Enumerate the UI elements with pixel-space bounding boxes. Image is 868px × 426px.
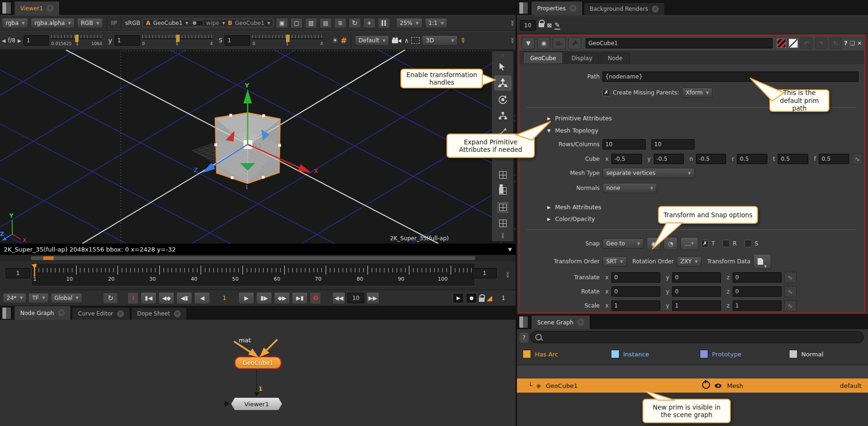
gain-slider[interactable]: 0.015625 1 1064 bbox=[51, 33, 102, 47]
tab-node-graph[interactable]: Node Graph✕ bbox=[14, 306, 71, 320]
center-node-icon[interactable]: ◉ bbox=[537, 37, 550, 49]
mesh-topology-section[interactable]: Mesh Topology bbox=[555, 127, 598, 134]
camera-icon[interactable] bbox=[391, 37, 402, 44]
translate-y-input[interactable]: 0 bbox=[672, 272, 721, 283]
saturation-input[interactable]: 1 bbox=[225, 35, 250, 46]
more-snap-options-button[interactable]: … ▼ bbox=[680, 237, 698, 250]
panel-menu-icon[interactable] bbox=[2, 307, 11, 319]
close-icon[interactable]: ✕ bbox=[58, 309, 65, 316]
transform-data-button[interactable]: ▼ bbox=[753, 254, 771, 269]
pivot-snap-icon[interactable]: ◔ bbox=[664, 237, 678, 250]
camera-icon[interactable] bbox=[553, 37, 566, 49]
unlock-icon[interactable] bbox=[539, 23, 544, 27]
fstop-prev-icon[interactable]: ◀ bbox=[2, 38, 6, 43]
goto-start-button[interactable]: ▮◀ bbox=[141, 292, 156, 304]
transform-order-dropdown[interactable]: SRT▼ bbox=[602, 256, 627, 267]
revert-icon[interactable]: ↻ bbox=[829, 38, 842, 49]
animation-curve-icon[interactable]: ∿ bbox=[784, 300, 797, 311]
help-button[interactable]: ? bbox=[844, 40, 847, 47]
power-icon[interactable] bbox=[702, 381, 710, 390]
display-mode-dropdown[interactable]: RGB▼ bbox=[77, 18, 103, 28]
close-icon[interactable]: ✕ bbox=[174, 310, 181, 317]
b-input-dropdown[interactable]: GeoCube1 bbox=[235, 20, 265, 26]
node-name-input[interactable]: GeoCube1 bbox=[586, 38, 773, 48]
rotate-x-input[interactable]: 0 bbox=[611, 286, 660, 297]
mesh-attributes-section[interactable]: Mesh Attributes bbox=[555, 204, 602, 211]
tab-geocube[interactable]: GeoCube bbox=[523, 52, 563, 63]
lock-range-icon[interactable] bbox=[479, 298, 485, 302]
a-input-dropdown[interactable]: GeoCube1 bbox=[153, 20, 183, 26]
animation-curve-icon[interactable]: ∿ bbox=[784, 272, 797, 283]
marquee-select-icon[interactable] bbox=[411, 37, 420, 44]
ramp-icon[interactable]: ◢ bbox=[486, 294, 492, 302]
toolbar-handle[interactable]: ⁙ bbox=[501, 55, 504, 57]
saturation-slider[interactable]: 0 1 4 bbox=[252, 33, 323, 47]
skip-back-button[interactable]: ◀◀ bbox=[332, 292, 345, 304]
scene-graph-row-geocube1[interactable]: └ ◈ GeoCube1 Mesh default bbox=[517, 379, 868, 393]
chevron-double-down-icon[interactable]: ∨∨ bbox=[511, 20, 514, 26]
roi-icon[interactable]: ⌖ bbox=[363, 18, 375, 28]
out-point-button[interactable]: O bbox=[310, 292, 321, 304]
info-dropdown-icon[interactable]: ▼ bbox=[508, 247, 512, 252]
scale-x-input[interactable]: 1 bbox=[611, 300, 660, 311]
cube-f-input[interactable]: 0.5 bbox=[819, 154, 849, 164]
scale-z-input[interactable]: 1 bbox=[733, 300, 782, 311]
tab-viewer1[interactable]: Viewer1 ✕ bbox=[14, 1, 60, 15]
translate-z-input[interactable]: 0 bbox=[733, 272, 782, 283]
snap-t-checkbox[interactable]: ✗ bbox=[701, 240, 709, 247]
edit-hatch-icon[interactable] bbox=[789, 39, 798, 48]
cube-n-input[interactable]: -0.5 bbox=[696, 154, 727, 164]
close-icon[interactable]: ✕ bbox=[117, 310, 124, 317]
refresh-icon[interactable]: ↻ bbox=[349, 18, 361, 28]
current-frame[interactable]: 1 bbox=[212, 294, 236, 301]
rotate-y-input[interactable]: 0 bbox=[672, 286, 721, 297]
translate-x-input[interactable]: 0 bbox=[611, 272, 660, 283]
fstop-next-icon[interactable]: ▶ bbox=[18, 38, 22, 43]
scanlines-icon[interactable]: ≣ bbox=[334, 18, 346, 28]
fps-dropdown[interactable]: 24*▼ bbox=[3, 293, 26, 303]
max-panels-input[interactable]: 10 bbox=[520, 20, 536, 31]
wipe-mode-dropdown[interactable]: wipe bbox=[206, 20, 219, 26]
wipe-toggle[interactable] bbox=[191, 20, 203, 26]
mesh-type-dropdown[interactable]: separate vertices▼ bbox=[602, 168, 695, 178]
select-cursor-icon[interactable] bbox=[495, 60, 511, 73]
cube-y-input[interactable]: -0.5 bbox=[654, 154, 684, 164]
node-connection[interactable] bbox=[256, 370, 257, 390]
grid-layout-icon[interactable] bbox=[495, 184, 511, 197]
edit-pencil-icon[interactable]: ✎ bbox=[555, 21, 560, 30]
checkerboard-icon[interactable]: ▨ bbox=[305, 18, 317, 28]
proxy-toggle-icon[interactable]: ▣ bbox=[276, 18, 288, 28]
create-missing-parents-checkbox[interactable]: ✗ bbox=[602, 89, 610, 96]
tab-scene-graph[interactable]: Scene Graph✕ bbox=[531, 315, 590, 329]
node-geocube1[interactable]: GeoCube1 bbox=[235, 356, 282, 369]
panel-menu-icon[interactable] bbox=[519, 316, 528, 328]
eye-icon[interactable] bbox=[715, 382, 721, 389]
playhead[interactable]: 1 bbox=[34, 264, 35, 276]
loop-mode-icon[interactable]: ↻ bbox=[103, 292, 118, 304]
chevron-double-down-icon[interactable]: ∨∨ bbox=[501, 233, 504, 238]
skip-forward-button[interactable]: ▶▶ bbox=[366, 292, 379, 304]
columns-input[interactable]: 10 bbox=[651, 139, 695, 150]
gamma-input[interactable]: 1 bbox=[115, 35, 140, 46]
snap-mode-dropdown[interactable]: Geo to▼ bbox=[602, 238, 644, 249]
rotate-z-input[interactable]: 0 bbox=[733, 286, 782, 297]
alpha-channel-dropdown[interactable]: rgba.alpha▼ bbox=[31, 18, 75, 28]
timeline-ruler[interactable]: 1 1 10 20 30 40 50 60 70 80 90 100 bbox=[31, 263, 475, 286]
lighting-icon[interactable]: ☀ bbox=[332, 36, 338, 45]
scrollbar-track[interactable] bbox=[31, 256, 475, 260]
collapse-arrow-icon[interactable]: ▶ bbox=[546, 116, 552, 121]
close-icon[interactable]: ✕ bbox=[47, 5, 54, 12]
gamma-slider[interactable]: 0 1 4 bbox=[142, 33, 213, 47]
geo-snap-icon[interactable]: ◉ bbox=[647, 237, 661, 250]
play-forward-button[interactable]: ▶ bbox=[238, 292, 254, 304]
node-viewer1[interactable]: Viewer1 bbox=[231, 398, 282, 410]
view-mode-dropdown[interactable]: 3D▼ bbox=[422, 35, 458, 46]
dropdown-arrow-button[interactable]: ▼ bbox=[522, 37, 535, 49]
path-input[interactable]: {nodename} bbox=[602, 71, 859, 82]
format-icon[interactable]: ▢ bbox=[290, 18, 303, 28]
panel-menu-icon[interactable] bbox=[2, 2, 11, 14]
wrench-icon[interactable] bbox=[568, 37, 581, 49]
play-backward-button[interactable]: ◀ bbox=[194, 292, 210, 304]
fit-view-icon[interactable] bbox=[495, 168, 511, 181]
grid-snap-icon[interactable]: # bbox=[341, 36, 347, 45]
